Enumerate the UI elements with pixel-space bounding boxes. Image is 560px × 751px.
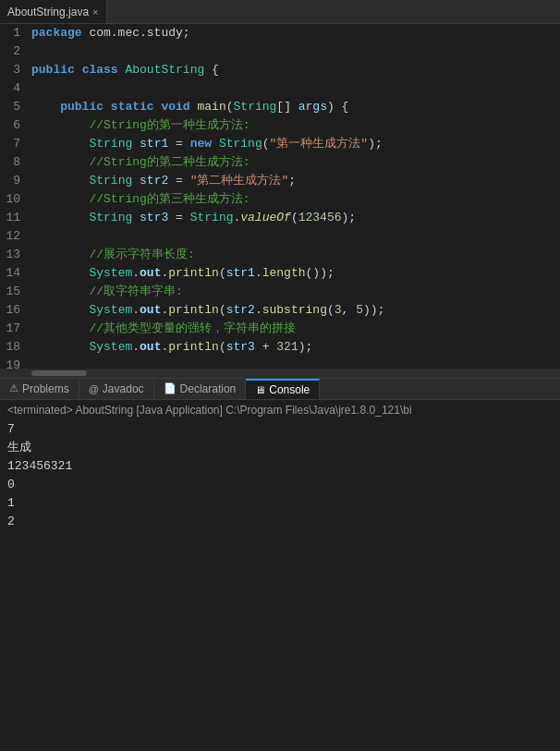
code-line: System.out.println(str1.length());: [31, 264, 556, 283]
console-output-line: 7: [7, 420, 553, 439]
code-line: [31, 79, 556, 98]
code-line: //String的第三种生成方法:: [31, 190, 556, 209]
editor-tab[interactable]: AboutString.java ×: [0, 0, 107, 23]
code-line: //String的第二种生成方法:: [31, 153, 556, 172]
code-line: public class AboutString {: [31, 61, 556, 79]
declaration-icon: 📄: [164, 382, 177, 394]
console-output-line: 0: [7, 476, 553, 494]
scrollbar-thumb[interactable]: [31, 370, 87, 376]
code-content[interactable]: package com.mec.study; public class Abou…: [28, 24, 560, 369]
code-line: //String的第一种生成方法:: [31, 116, 556, 135]
javadoc-tab-label: Javadoc: [103, 382, 144, 395]
code-line: String str1 = new String("第一种生成方法");: [31, 135, 556, 153]
code-editor: 1 2 3 4 5 6 7 8 9 10 11 12 13 14 15 16 1…: [0, 24, 560, 369]
console-tab[interactable]: 🖥 Console: [246, 379, 320, 399]
javadoc-tab[interactable]: @ Javadoc: [79, 379, 154, 399]
code-line: String str3 = String.valueOf(123456);: [31, 209, 556, 227]
console-panel: <terminated> AboutString [Java Applicati…: [0, 400, 560, 752]
declaration-tab[interactable]: 📄 Declaration: [154, 379, 247, 399]
console-tab-label: Console: [269, 383, 310, 396]
console-output-line: 生成: [7, 439, 553, 457]
line-numbers: 1 2 3 4 5 6 7 8 9 10 11 12 13 14 15 16 1…: [0, 24, 28, 369]
console-header: <terminated> AboutString [Java Applicati…: [7, 404, 553, 417]
code-line: //其他类型变量的强转，字符串的拼接: [31, 320, 556, 338]
problems-icon: ⚠: [9, 382, 18, 394]
code-line: [31, 227, 556, 246]
console-output-line: 2: [7, 513, 553, 531]
tab-label: AboutString.java: [7, 6, 89, 18]
code-line: package com.mec.study;: [31, 24, 556, 42]
code-line: System.out.println(str2.substring(3, 5))…: [31, 301, 556, 320]
code-line: [31, 42, 556, 61]
problems-tab-label: Problems: [22, 382, 69, 395]
close-tab-button[interactable]: ×: [92, 6, 98, 18]
code-line: [31, 357, 556, 369]
console-output-line: 1: [7, 494, 553, 513]
javadoc-icon: @: [89, 383, 99, 394]
code-line: //取字符串字串:: [31, 283, 556, 301]
editor-horizontal-scrollbar[interactable]: [0, 369, 560, 378]
editor-tab-bar: AboutString.java ×: [0, 0, 560, 24]
code-line: String str2 = "第二种生成方法";: [31, 172, 556, 190]
code-line: public static void main(String[] args) {: [31, 98, 556, 116]
declaration-tab-label: Declaration: [180, 382, 237, 395]
problems-tab[interactable]: ⚠ Problems: [0, 379, 79, 399]
console-output-line: 123456321: [7, 457, 553, 476]
code-line: //展示字符串长度:: [31, 246, 556, 264]
console-icon: 🖥: [255, 384, 265, 395]
code-line: System.out.println(str3 + 321);: [31, 338, 556, 357]
bottom-tab-bar: ⚠ Problems @ Javadoc 📄 Declaration 🖥 Con…: [0, 378, 560, 400]
